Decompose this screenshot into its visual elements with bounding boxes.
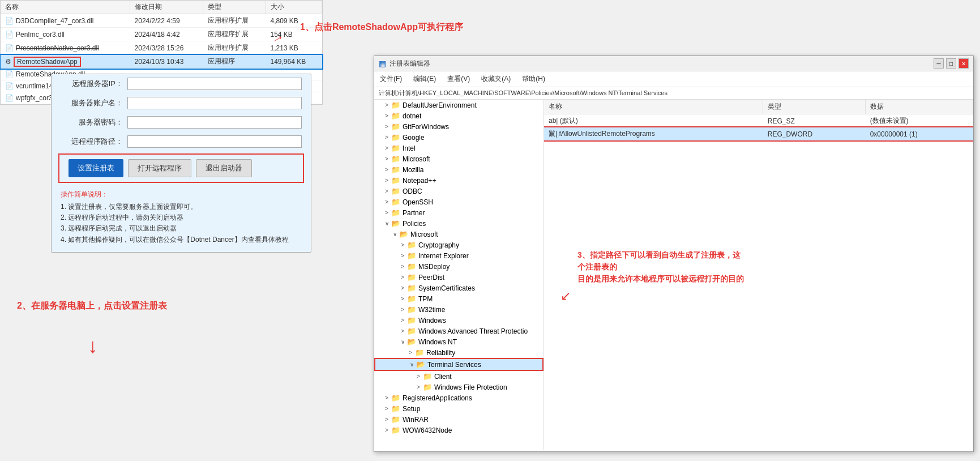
tree-item[interactable]: >📁RegisteredApplications [374,392,544,403]
tree-expand-arrow[interactable]: ∨ [390,231,399,237]
reg-col-name[interactable]: 名称 [544,100,763,114]
tree-item[interactable]: >📁SystemCertificates [374,283,544,293]
folder-icon: 📁 [423,383,432,391]
tree-item-label: WOW6432Node [403,426,452,434]
tree-expand-arrow[interactable]: > [398,328,407,334]
close-button[interactable]: ✕ [958,58,969,69]
tree-item[interactable]: >📁Reliability [374,347,544,358]
tree-item[interactable]: >📁GitForWindows [374,121,544,132]
server-account-input[interactable] [127,97,302,109]
tree-item[interactable]: >📁DefaultUserEnvironment [374,100,544,110]
tree-item[interactable]: ∨📂Terminal Services [374,358,544,371]
tree-item[interactable]: >📁dotnet [374,110,544,121]
tree-item-label: Internet Explorer [418,252,469,260]
tree-expand-arrow[interactable]: > [382,416,391,422]
tree-item[interactable]: >📁WinRAR [374,414,544,425]
tree-item[interactable]: >📁Google [374,132,544,143]
tree-item[interactable]: >📁Notepad++ [374,175,544,186]
tree-expand-arrow[interactable]: > [398,306,407,313]
tree-item[interactable]: >📁PeerDist [374,272,544,283]
tree-expand-arrow[interactable]: > [382,177,391,183]
tree-expand-arrow[interactable]: > [382,405,391,412]
reg-col-type[interactable]: 类型 [763,100,866,114]
tree-expand-arrow[interactable]: > [398,242,407,248]
tree-expand-arrow[interactable]: > [382,188,391,194]
server-password-input[interactable] [127,116,302,129]
tree-expand-arrow[interactable]: > [382,134,391,140]
tree-expand-arrow[interactable]: > [398,296,407,302]
tree-item[interactable]: ∨📂Windows NT [374,336,544,347]
menu-help[interactable]: 帮助(H) [516,72,551,86]
tree-item[interactable]: >📁W32time [374,304,544,315]
tree-item[interactable]: >📁WOW6432Node [374,425,544,436]
maximize-button[interactable]: □ [946,58,956,69]
registry-tree[interactable]: >📁DefaultUserEnvironment >📁dotnet >📁GitF… [374,100,544,450]
reg-col-data[interactable]: 数据 [866,100,973,114]
tree-expand-arrow[interactable]: > [382,427,391,433]
col-type[interactable]: 类型 [203,1,266,14]
tree-item[interactable]: >📁Client [374,371,544,382]
tree-item[interactable]: >📁Cryptography [374,240,544,250]
tree-item[interactable]: >📁MSDeploy [374,261,544,272]
tree-item[interactable]: >📁Intel [374,143,544,153]
tree-item[interactable]: >📁Partner [374,207,544,218]
tree-expand-arrow[interactable]: > [398,263,407,270]
tree-item[interactable]: >📁Windows [374,315,544,326]
tree-expand-arrow[interactable]: ∨ [382,220,391,227]
tree-item[interactable]: >📁Setup [374,403,544,414]
menu-file[interactable]: 文件(F) [374,72,408,86]
open-remote-button[interactable]: 打开远程程序 [128,159,191,177]
tree-expand-arrow[interactable]: > [382,123,391,130]
server-ip-input[interactable] [127,78,302,90]
col-size[interactable]: 大小 [266,1,322,14]
exit-launcher-button[interactable]: 退出启动器 [196,159,252,177]
tree-expand-arrow[interactable]: > [382,210,391,216]
menu-view[interactable]: 查看(V) [442,72,476,86]
col-name[interactable]: 名称 [1,1,130,14]
tree-expand-arrow[interactable]: > [398,253,407,259]
registry-value-row[interactable]: 鬣| fAllowUnlistedRemoteProgramsREG_DWORD… [544,127,973,140]
server-account-group: 服务器账户名： [52,93,311,113]
tree-expand-arrow[interactable]: > [382,167,391,173]
tree-expand-arrow[interactable]: > [382,156,391,162]
tree-item-label: GitForWindows [403,123,449,131]
file-row[interactable]: ⚙RemoteShadowApp2024/10/3 10:43应用程序149,9… [1,55,322,69]
tree-expand-arrow[interactable]: > [398,317,407,323]
tree-item-label: DefaultUserEnvironment [403,101,477,109]
tree-expand-arrow[interactable]: > [382,113,391,119]
registry-value-row[interactable]: ab| (默认)REG_SZ(数值未设置) [544,114,973,128]
tree-item[interactable]: >📁Internet Explorer [374,250,544,261]
tree-indent [374,394,382,402]
minimize-button[interactable]: ─ [934,58,944,69]
tree-item-label: Windows [418,317,446,325]
annotation-step3: 3、指定路径下可以看到自动生成了注册表，这个注册表的目的是用来允许本地程序可以被… [577,249,747,285]
tree-item[interactable]: >📁OpenSSH [374,197,544,207]
tree-expand-arrow[interactable]: ∨ [398,339,407,345]
tree-expand-arrow[interactable]: > [414,373,423,379]
tree-expand-arrow[interactable]: > [382,145,391,151]
tree-expand-arrow[interactable]: > [398,274,407,280]
file-row[interactable]: 📄D3DCompiler_47_cor3.dll2024/2/22 4:59应用… [1,14,322,28]
tree-expand-arrow[interactable]: > [414,384,423,390]
tree-item-label: Cryptography [418,241,459,249]
tree-item[interactable]: >📁Windows Advanced Threat Protectio [374,326,544,336]
tree-item[interactable]: >📁Windows File Protection [374,382,544,392]
tree-expand-arrow[interactable]: > [382,199,391,205]
tree-expand-arrow[interactable]: > [382,395,391,401]
remote-path-input[interactable] [127,135,302,148]
set-registry-button[interactable]: 设置注册表 [69,159,123,177]
tree-item[interactable]: >📁TPM [374,293,544,304]
tree-item[interactable]: ∨📂Policies [374,218,544,229]
col-date[interactable]: 修改日期 [130,1,203,14]
menu-favorites[interactable]: 收藏夹(A) [476,72,516,86]
tree-expand-arrow[interactable]: > [398,285,407,291]
folder-icon: 📁 [423,372,432,381]
tree-expand-arrow[interactable]: ∨ [407,361,416,368]
menu-edit[interactable]: 编辑(E) [408,72,442,86]
tree-expand-arrow[interactable]: > [382,102,391,108]
tree-item[interactable]: ∨📂Microsoft [374,229,544,240]
tree-item[interactable]: >📁Mozilla [374,164,544,175]
tree-expand-arrow[interactable]: > [406,349,415,356]
tree-item[interactable]: >📁Microsoft [374,153,544,164]
tree-item[interactable]: >📁ODBC [374,186,544,197]
